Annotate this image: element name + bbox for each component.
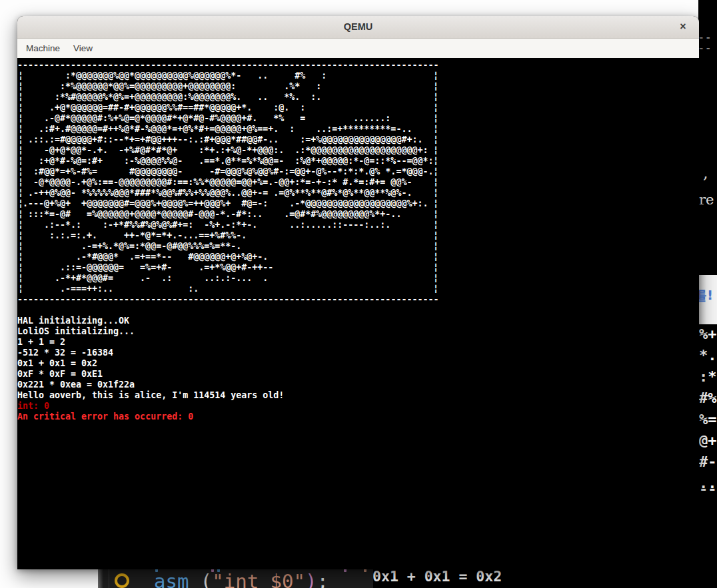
console-line: -512 * 32 = -16384 — [17, 348, 284, 358]
qemu-window: QEMU × MachineView ---------------------… — [17, 16, 699, 569]
popup-text: 를! — [698, 286, 713, 304]
console-line: An critical error has occurred: 0 — [17, 412, 284, 422]
edge-glyph: :* — [699, 368, 717, 386]
console-line: 0x1 + 0x1 = 0x2 — [17, 358, 284, 369]
edge-glyph: #- — [699, 453, 717, 471]
ascii-art-right-border: ¦ ¦ ¦ ¦ ¦ ¦ ¦ ¦ ¦ ¦ ¦ ¦ ¦ ¦ ¦ ¦ ¦ ¦ ¦ ¦ … — [433, 71, 438, 294]
qemu-terminal-screen[interactable]: ----------------------------------------… — [17, 58, 699, 569]
ascii-art-bottom-border: ----------------------------------------… — [17, 294, 438, 305]
qemu-titlebar[interactable]: QEMU × — [17, 16, 699, 39]
document-window-word-fragment: re — [699, 192, 714, 208]
console-line: int: 0 — [17, 401, 284, 412]
window-title: QEMU — [17, 16, 699, 38]
ascii-art: :*@@@@@@@%@@*@@@@@@@@@@%@@@@@@%*- .. #% … — [23, 71, 433, 294]
edge-glyph: %= — [699, 411, 717, 428]
background-terminal-right-sliver[interactable]: ---- , re %+*.:*#%%=@+#-.. -- 를! — [698, 0, 717, 588]
document-window-comma-fragment: , — [703, 164, 708, 182]
menu-item-machine[interactable]: Machine — [19, 39, 67, 58]
editor-code-line[interactable]: asm ("int $0"); — [154, 570, 329, 588]
code-token: ; — [317, 570, 328, 588]
console-line: HAL initializing...OK — [17, 316, 284, 326]
edge-glyph: *. — [699, 347, 717, 364]
menu-item-view[interactable]: View — [67, 39, 99, 58]
console-line: LoliOS initializing... — [17, 326, 284, 337]
code-token: asm — [154, 570, 189, 588]
edge-glyph: #% — [699, 390, 717, 407]
popup-panel[interactable]: 를! — [698, 275, 717, 324]
console-line: Hello aoverb, this is alice, I'm 114514 … — [17, 390, 284, 401]
background-terminal-clipped-line: 0xF * 0xF = 0xE1 — [373, 585, 510, 588]
edge-glyph: @+ — [699, 432, 717, 449]
code-token: "int $0" — [212, 570, 305, 588]
console-line: 0xF * 0xF = 0xE1 — [17, 369, 284, 380]
ascii-art-top-border: ----------------------------------------… — [17, 60, 438, 71]
background-terminal-edge-dashes: -- — [699, 481, 717, 498]
code-token: ( — [189, 570, 212, 588]
edge-glyph: %+ — [699, 326, 717, 343]
console-line: 1 + 1 = 2 — [17, 337, 284, 348]
code-token: ) — [305, 570, 317, 588]
background-terminal-dash-fragment: ---- — [698, 32, 717, 53]
console-output: HAL initializing...OKLoliOS initializing… — [17, 316, 284, 422]
yellow-ring-icon[interactable] — [115, 573, 129, 588]
qemu-menubar: MachineView — [17, 39, 699, 58]
background-terminal-output-line: 0x1 + 0x1 = 0x2 — [373, 567, 502, 587]
desktop: ---- , re %+*.:*#%%=@+#-.. -- 를! 0x1 + 0… — [0, 0, 717, 588]
close-icon[interactable]: × — [674, 16, 692, 38]
console-line: 0x221 * 0xea = 0x1f22a — [17, 380, 284, 390]
